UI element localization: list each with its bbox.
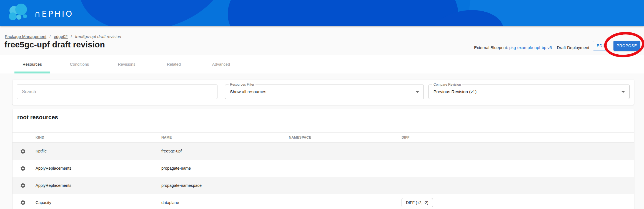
cell-kind: Kptfile xyxy=(36,149,161,153)
table-header-row: KIND NAME NAMESPACE DIFF xyxy=(12,132,634,142)
breadcrumb-link-package-management[interactable]: Package Management xyxy=(5,34,46,39)
edit-button[interactable]: EDIT xyxy=(593,41,610,51)
compare-revision-value: Previous Revision (v1) xyxy=(433,85,477,99)
resources-filter-value: Show all resources xyxy=(230,85,266,99)
active-tab-indicator xyxy=(14,72,50,73)
external-blueprint-label: External Blueprint: xyxy=(474,45,508,50)
tab-revisions[interactable]: Revisions xyxy=(103,55,150,73)
propose-button[interactable]: PROPOSE xyxy=(613,41,640,51)
breadcrumb-current: free5gc-upf draft revision xyxy=(75,34,121,39)
resources-filter-select[interactable]: Resources Filter Show all resources xyxy=(225,85,424,99)
cell-name: propagate-namespace xyxy=(161,183,289,188)
page-title: free5gc-upf draft revision xyxy=(4,40,105,49)
compare-revision-select[interactable]: Compare Revision Previous Revision (v1) xyxy=(429,85,630,99)
cell-kind: ApplyReplacements xyxy=(36,183,161,188)
column-header-name: NAME xyxy=(161,136,289,139)
cell-name: propagate-name xyxy=(161,166,289,170)
settings-gear-icon[interactable] xyxy=(12,148,36,154)
column-header-kind: KIND xyxy=(36,136,161,139)
tab-resources[interactable]: Resources xyxy=(9,55,56,73)
tab-advanced[interactable]: Advanced xyxy=(197,55,245,73)
external-blueprint-link[interactable]: pkg-example-upf-bp v5 xyxy=(509,45,552,50)
tab-bar: ResourcesConditionsRevisionsRelatedAdvan… xyxy=(0,55,644,73)
search-input[interactable] xyxy=(17,85,217,99)
cell-name: dataplane xyxy=(161,200,289,205)
app-header: ∩EPHIO xyxy=(0,0,644,26)
breadcrumb-link-edge02[interactable]: edge02 xyxy=(54,34,68,39)
cell-diff: DIFF (+2, -2) xyxy=(402,198,634,207)
table-body: Kptfile free5gc-upf ApplyReplacements pr… xyxy=(12,142,634,209)
package-meta: External Blueprint: pkg-example-upf-bp v… xyxy=(474,45,589,50)
caret-down-icon xyxy=(622,91,625,93)
breadcrumb: Package Management / edge02 / free5gc-up… xyxy=(5,34,121,39)
cell-kind: ApplyReplacements xyxy=(36,166,161,170)
table-row[interactable]: ApplyReplacements propagate-name xyxy=(12,160,634,177)
breadcrumb-separator: / xyxy=(71,34,72,39)
settings-gear-icon[interactable] xyxy=(12,183,36,188)
breadcrumb-separator: / xyxy=(49,34,51,39)
search-box xyxy=(17,85,217,99)
column-header-diff: DIFF xyxy=(402,136,634,139)
root-resources-card: root resources KIND NAME NAMESPACE DIFF … xyxy=(12,109,634,209)
cell-kind: Capacity xyxy=(36,200,161,205)
diff-button[interactable]: DIFF (+2, -2) xyxy=(402,198,433,207)
header-decor-shape xyxy=(228,0,458,26)
nephio-logo[interactable]: ∩EPHIO xyxy=(7,3,96,23)
section-title: root resources xyxy=(17,114,58,121)
nephio-cloud-icon xyxy=(7,3,32,23)
settings-gear-icon[interactable] xyxy=(12,200,36,206)
cell-name: free5gc-upf xyxy=(161,149,289,153)
table-row[interactable]: Capacity dataplane DIFF (+2, -2) xyxy=(12,194,634,209)
table-row[interactable]: Kptfile free5gc-upf xyxy=(12,142,634,160)
caret-down-icon xyxy=(416,91,419,93)
tab-conditions[interactable]: Conditions xyxy=(56,55,103,73)
tab-related[interactable]: Related xyxy=(150,55,197,73)
nephio-logo-text: ∩EPHIO xyxy=(34,9,73,19)
table-row[interactable]: ApplyReplacements propagate-namespace xyxy=(12,177,634,194)
filter-card: Resources Filter Show all resources Comp… xyxy=(12,80,634,105)
deployment-status: Draft Deployment xyxy=(557,45,589,50)
column-header-namespace: NAMESPACE xyxy=(289,136,402,139)
settings-gear-icon[interactable] xyxy=(12,165,36,171)
